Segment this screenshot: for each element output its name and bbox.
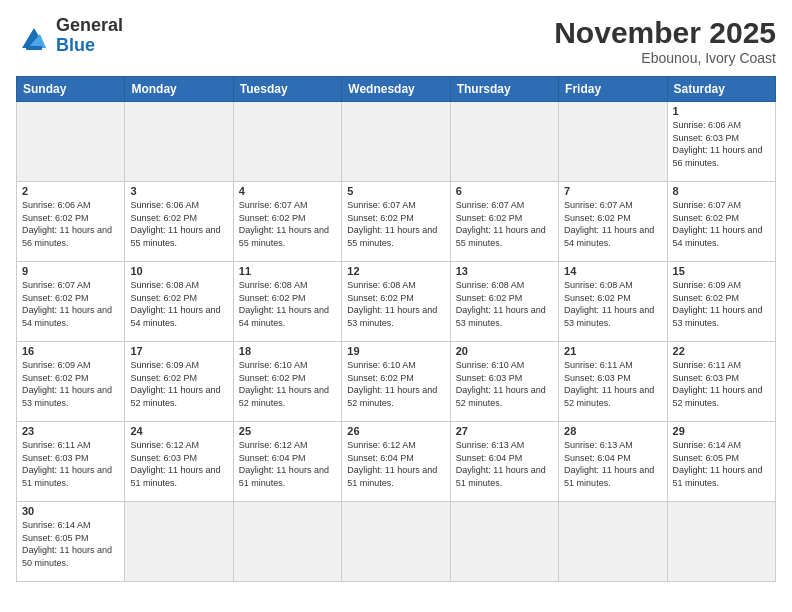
calendar-cell bbox=[450, 102, 558, 182]
day-info: Sunrise: 6:08 AMSunset: 6:02 PMDaylight:… bbox=[347, 279, 444, 329]
calendar-cell: 19Sunrise: 6:10 AMSunset: 6:02 PMDayligh… bbox=[342, 342, 450, 422]
day-number: 14 bbox=[564, 265, 661, 277]
calendar-cell: 21Sunrise: 6:11 AMSunset: 6:03 PMDayligh… bbox=[559, 342, 667, 422]
calendar-cell bbox=[342, 502, 450, 582]
calendar-table: SundayMondayTuesdayWednesdayThursdayFrid… bbox=[16, 76, 776, 582]
week-row-6: 30Sunrise: 6:14 AMSunset: 6:05 PMDayligh… bbox=[17, 502, 776, 582]
calendar-cell: 5Sunrise: 6:07 AMSunset: 6:02 PMDaylight… bbox=[342, 182, 450, 262]
calendar-cell: 15Sunrise: 6:09 AMSunset: 6:02 PMDayligh… bbox=[667, 262, 775, 342]
day-info: Sunrise: 6:08 AMSunset: 6:02 PMDaylight:… bbox=[239, 279, 336, 329]
calendar-cell: 27Sunrise: 6:13 AMSunset: 6:04 PMDayligh… bbox=[450, 422, 558, 502]
svg-rect-2 bbox=[26, 46, 42, 50]
day-number: 7 bbox=[564, 185, 661, 197]
calendar-cell: 9Sunrise: 6:07 AMSunset: 6:02 PMDaylight… bbox=[17, 262, 125, 342]
calendar-cell bbox=[233, 502, 341, 582]
day-number: 4 bbox=[239, 185, 336, 197]
weekday-header-thursday: Thursday bbox=[450, 77, 558, 102]
day-info: Sunrise: 6:13 AMSunset: 6:04 PMDaylight:… bbox=[564, 439, 661, 489]
logo-line1: General bbox=[56, 15, 123, 35]
day-number: 25 bbox=[239, 425, 336, 437]
day-info: Sunrise: 6:10 AMSunset: 6:02 PMDaylight:… bbox=[239, 359, 336, 409]
day-number: 23 bbox=[22, 425, 119, 437]
day-info: Sunrise: 6:07 AMSunset: 6:02 PMDaylight:… bbox=[347, 199, 444, 249]
calendar-cell: 2Sunrise: 6:06 AMSunset: 6:02 PMDaylight… bbox=[17, 182, 125, 262]
calendar-cell: 28Sunrise: 6:13 AMSunset: 6:04 PMDayligh… bbox=[559, 422, 667, 502]
day-info: Sunrise: 6:07 AMSunset: 6:02 PMDaylight:… bbox=[239, 199, 336, 249]
calendar-cell: 1Sunrise: 6:06 AMSunset: 6:03 PMDaylight… bbox=[667, 102, 775, 182]
week-row-2: 2Sunrise: 6:06 AMSunset: 6:02 PMDaylight… bbox=[17, 182, 776, 262]
day-number: 22 bbox=[673, 345, 770, 357]
week-row-3: 9Sunrise: 6:07 AMSunset: 6:02 PMDaylight… bbox=[17, 262, 776, 342]
calendar-cell: 25Sunrise: 6:12 AMSunset: 6:04 PMDayligh… bbox=[233, 422, 341, 502]
calendar-cell bbox=[559, 502, 667, 582]
calendar-cell: 7Sunrise: 6:07 AMSunset: 6:02 PMDaylight… bbox=[559, 182, 667, 262]
weekday-header-wednesday: Wednesday bbox=[342, 77, 450, 102]
day-info: Sunrise: 6:11 AMSunset: 6:03 PMDaylight:… bbox=[564, 359, 661, 409]
week-row-5: 23Sunrise: 6:11 AMSunset: 6:03 PMDayligh… bbox=[17, 422, 776, 502]
logo-icon bbox=[16, 20, 52, 52]
day-info: Sunrise: 6:07 AMSunset: 6:02 PMDaylight:… bbox=[22, 279, 119, 329]
day-info: Sunrise: 6:09 AMSunset: 6:02 PMDaylight:… bbox=[130, 359, 227, 409]
calendar-cell: 17Sunrise: 6:09 AMSunset: 6:02 PMDayligh… bbox=[125, 342, 233, 422]
calendar-cell: 26Sunrise: 6:12 AMSunset: 6:04 PMDayligh… bbox=[342, 422, 450, 502]
calendar-cell: 10Sunrise: 6:08 AMSunset: 6:02 PMDayligh… bbox=[125, 262, 233, 342]
day-number: 6 bbox=[456, 185, 553, 197]
calendar-cell: 13Sunrise: 6:08 AMSunset: 6:02 PMDayligh… bbox=[450, 262, 558, 342]
day-number: 21 bbox=[564, 345, 661, 357]
calendar-cell bbox=[667, 502, 775, 582]
calendar-cell bbox=[17, 102, 125, 182]
logo-text: General Blue bbox=[56, 16, 123, 56]
calendar-cell bbox=[125, 502, 233, 582]
page-header: General Blue November 2025 Ebounou, Ivor… bbox=[16, 16, 776, 66]
day-info: Sunrise: 6:08 AMSunset: 6:02 PMDaylight:… bbox=[130, 279, 227, 329]
calendar-cell: 22Sunrise: 6:11 AMSunset: 6:03 PMDayligh… bbox=[667, 342, 775, 422]
logo: General Blue bbox=[16, 16, 123, 56]
week-row-1: 1Sunrise: 6:06 AMSunset: 6:03 PMDaylight… bbox=[17, 102, 776, 182]
calendar-cell: 3Sunrise: 6:06 AMSunset: 6:02 PMDaylight… bbox=[125, 182, 233, 262]
calendar-cell: 14Sunrise: 6:08 AMSunset: 6:02 PMDayligh… bbox=[559, 262, 667, 342]
day-info: Sunrise: 6:06 AMSunset: 6:02 PMDaylight:… bbox=[22, 199, 119, 249]
day-info: Sunrise: 6:11 AMSunset: 6:03 PMDaylight:… bbox=[673, 359, 770, 409]
day-info: Sunrise: 6:06 AMSunset: 6:02 PMDaylight:… bbox=[130, 199, 227, 249]
day-number: 18 bbox=[239, 345, 336, 357]
day-number: 27 bbox=[456, 425, 553, 437]
day-number: 13 bbox=[456, 265, 553, 277]
day-info: Sunrise: 6:07 AMSunset: 6:02 PMDaylight:… bbox=[564, 199, 661, 249]
calendar-cell: 23Sunrise: 6:11 AMSunset: 6:03 PMDayligh… bbox=[17, 422, 125, 502]
day-number: 12 bbox=[347, 265, 444, 277]
calendar-cell: 4Sunrise: 6:07 AMSunset: 6:02 PMDaylight… bbox=[233, 182, 341, 262]
day-info: Sunrise: 6:09 AMSunset: 6:02 PMDaylight:… bbox=[673, 279, 770, 329]
day-number: 3 bbox=[130, 185, 227, 197]
day-number: 8 bbox=[673, 185, 770, 197]
day-number: 9 bbox=[22, 265, 119, 277]
calendar-cell bbox=[125, 102, 233, 182]
calendar-cell: 18Sunrise: 6:10 AMSunset: 6:02 PMDayligh… bbox=[233, 342, 341, 422]
weekday-header-saturday: Saturday bbox=[667, 77, 775, 102]
calendar-cell bbox=[233, 102, 341, 182]
calendar-cell: 16Sunrise: 6:09 AMSunset: 6:02 PMDayligh… bbox=[17, 342, 125, 422]
day-number: 24 bbox=[130, 425, 227, 437]
calendar-cell: 29Sunrise: 6:14 AMSunset: 6:05 PMDayligh… bbox=[667, 422, 775, 502]
day-info: Sunrise: 6:10 AMSunset: 6:03 PMDaylight:… bbox=[456, 359, 553, 409]
day-number: 20 bbox=[456, 345, 553, 357]
day-info: Sunrise: 6:10 AMSunset: 6:02 PMDaylight:… bbox=[347, 359, 444, 409]
day-info: Sunrise: 6:08 AMSunset: 6:02 PMDaylight:… bbox=[564, 279, 661, 329]
day-info: Sunrise: 6:11 AMSunset: 6:03 PMDaylight:… bbox=[22, 439, 119, 489]
day-number: 26 bbox=[347, 425, 444, 437]
day-info: Sunrise: 6:12 AMSunset: 6:03 PMDaylight:… bbox=[130, 439, 227, 489]
calendar-title-block: November 2025 Ebounou, Ivory Coast bbox=[554, 16, 776, 66]
day-info: Sunrise: 6:07 AMSunset: 6:02 PMDaylight:… bbox=[673, 199, 770, 249]
day-info: Sunrise: 6:14 AMSunset: 6:05 PMDaylight:… bbox=[673, 439, 770, 489]
day-number: 29 bbox=[673, 425, 770, 437]
day-info: Sunrise: 6:07 AMSunset: 6:02 PMDaylight:… bbox=[456, 199, 553, 249]
weekday-header-monday: Monday bbox=[125, 77, 233, 102]
calendar-cell: 6Sunrise: 6:07 AMSunset: 6:02 PMDaylight… bbox=[450, 182, 558, 262]
logo-line2: Blue bbox=[56, 35, 95, 55]
day-number: 5 bbox=[347, 185, 444, 197]
day-info: Sunrise: 6:13 AMSunset: 6:04 PMDaylight:… bbox=[456, 439, 553, 489]
calendar-cell bbox=[450, 502, 558, 582]
day-number: 11 bbox=[239, 265, 336, 277]
day-number: 2 bbox=[22, 185, 119, 197]
calendar-cell: 20Sunrise: 6:10 AMSunset: 6:03 PMDayligh… bbox=[450, 342, 558, 422]
day-info: Sunrise: 6:12 AMSunset: 6:04 PMDaylight:… bbox=[347, 439, 444, 489]
